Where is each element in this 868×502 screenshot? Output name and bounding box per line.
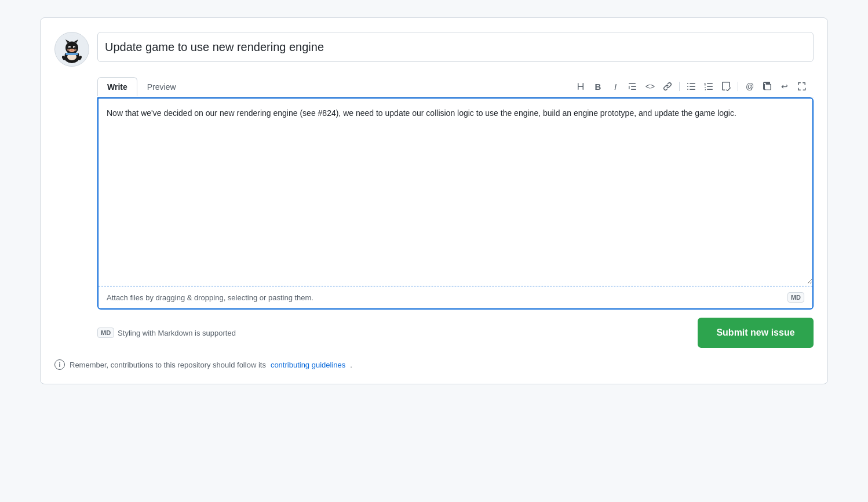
bold-icon[interactable]: B	[591, 79, 605, 93]
info-icon: i	[54, 359, 65, 370]
tab-preview[interactable]: Preview	[137, 77, 186, 96]
reference-icon[interactable]	[760, 79, 774, 93]
toolbar-icons: B I <> @	[569, 76, 814, 97]
contributing-guidelines-link[interactable]: contributing guidelines	[271, 361, 345, 369]
svg-point-17	[71, 50, 73, 51]
toolbar-divider-2	[738, 82, 738, 91]
markdown-badge-footer: MD	[97, 328, 114, 338]
main-container: Write Preview B I <>	[40, 17, 828, 384]
avatar	[54, 32, 89, 67]
italic-icon[interactable]: I	[608, 79, 622, 93]
submit-new-issue-button[interactable]: Submit new issue	[698, 318, 814, 348]
attach-text: Attach files by dragging & dropping, sel…	[107, 293, 313, 302]
bottom-note-end: .	[350, 361, 352, 369]
title-input[interactable]	[97, 32, 814, 62]
markdown-note: MD Styling with Markdown is supported	[97, 328, 236, 338]
quote-icon[interactable]	[626, 79, 640, 93]
markdown-badge-attach: MD	[787, 292, 804, 303]
top-row	[54, 32, 814, 67]
bottom-note: i Remember, contributions to this reposi…	[54, 359, 814, 370]
bullet-list-icon[interactable]	[684, 79, 698, 93]
tabs-toolbar: Write Preview B I <>	[97, 76, 814, 97]
footer-row: MD Styling with Markdown is supported Su…	[97, 318, 814, 348]
svg-point-15	[67, 49, 70, 51]
reply-icon[interactable]: ↩	[778, 79, 792, 93]
task-list-icon[interactable]	[719, 79, 733, 93]
heading-icon[interactable]	[574, 79, 588, 93]
attach-area[interactable]: Attach files by dragging & dropping, sel…	[99, 286, 812, 308]
markdown-note-text: Styling with Markdown is supported	[118, 329, 236, 337]
numbered-list-icon[interactable]	[702, 79, 716, 93]
svg-point-6	[70, 47, 71, 48]
toolbar-divider-1	[679, 82, 680, 91]
mention-icon[interactable]: @	[743, 79, 757, 93]
link-icon[interactable]	[661, 79, 674, 93]
svg-rect-18	[65, 53, 78, 55]
code-icon[interactable]: <>	[643, 79, 657, 93]
tab-write[interactable]: Write	[97, 77, 137, 96]
body-textarea[interactable]	[99, 99, 812, 284]
editor-wrapper: Attach files by dragging & dropping, sel…	[97, 97, 814, 310]
svg-point-16	[74, 49, 76, 51]
editor-area: Write Preview B I <>	[97, 76, 814, 348]
bottom-note-text: Remember, contributions to this reposito…	[70, 361, 266, 369]
svg-point-7	[74, 47, 75, 48]
fullscreen-icon[interactable]	[795, 79, 809, 93]
